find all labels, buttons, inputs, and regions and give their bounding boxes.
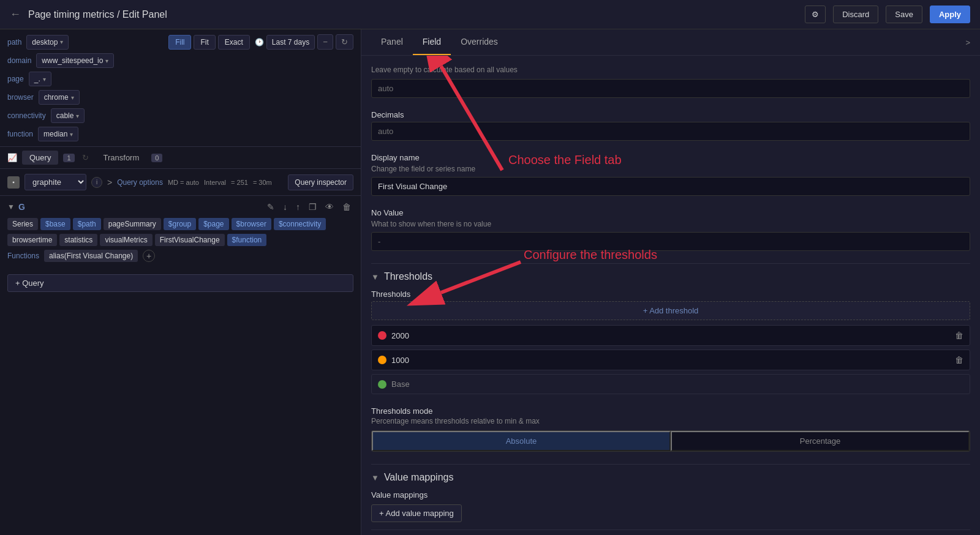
connectivity-dropdown[interactable]: cable xyxy=(51,108,85,123)
expand-right-icon[interactable]: > xyxy=(965,38,970,47)
path-tag[interactable]: $path xyxy=(73,218,101,230)
threshold-row-2000: 2000 🗑 xyxy=(371,325,970,346)
functions-label: Functions xyxy=(7,252,39,260)
main-layout: path desktop Fill Fit Exact 🕑 Last 7 day… xyxy=(0,29,980,535)
browser-tag[interactable]: $browser xyxy=(232,218,271,230)
browser-filter-row: browser chrome xyxy=(7,90,353,105)
time-range-button[interactable]: Last 7 days xyxy=(266,35,315,50)
no-value-hint: What to show when there is no value xyxy=(371,220,970,228)
value-mappings-section: ▼ Value mappings Value mappings + Add va… xyxy=(371,472,970,522)
display-name-input[interactable] xyxy=(371,177,970,196)
absolute-mode-button[interactable]: Absolute xyxy=(372,431,671,451)
fit-button[interactable]: Fit xyxy=(194,35,215,50)
thresholds-mode-section: Thresholds mode Percentage means thresho… xyxy=(371,406,970,452)
no-value-label: No Value xyxy=(371,208,970,217)
first-visual-change-tag[interactable]: FirstVisualChange xyxy=(155,234,225,246)
path-dropdown[interactable]: desktop xyxy=(26,35,69,50)
no-value-input[interactable] xyxy=(371,232,970,251)
topbar: ← Page timing metrics / Edit Panel ⚙ Dis… xyxy=(0,0,980,29)
move-down-icon[interactable]: ↓ xyxy=(281,201,290,213)
add-threshold-button[interactable]: + Add threshold xyxy=(371,301,970,320)
query-options-link[interactable]: Query options xyxy=(117,178,163,187)
right-content: Leave empty to calculate based on all va… xyxy=(361,56,980,535)
threshold-value-2000: 2000 xyxy=(391,331,950,340)
path-label: path xyxy=(7,38,21,47)
functions-row: Functions alias(First Visual Change) + xyxy=(7,250,353,262)
query-tab[interactable]: Query xyxy=(22,151,58,165)
visual-metrics-tag[interactable]: visualMetrics xyxy=(100,234,152,246)
datasource-icon: ▪ xyxy=(7,176,20,189)
left-panel: path desktop Fill Fit Exact 🕑 Last 7 day… xyxy=(0,29,361,535)
thresholds-mode-label: Thresholds mode xyxy=(371,406,970,416)
move-up-icon[interactable]: ↑ xyxy=(293,201,303,213)
threshold-delete-1000[interactable]: 🗑 xyxy=(955,355,963,365)
series-tag[interactable]: Series xyxy=(7,218,38,230)
delete-icon[interactable]: 🗑 xyxy=(340,201,353,213)
thresholds-label: Thresholds xyxy=(371,290,970,299)
auto-input[interactable] xyxy=(371,79,970,98)
domain-label: domain xyxy=(7,56,31,65)
add-query-button[interactable]: + Query xyxy=(7,274,353,292)
thresholds-content: Thresholds + Add threshold 2000 🗑 xyxy=(371,290,970,394)
query-inspector-button[interactable]: Query inspector xyxy=(288,174,353,190)
decimals-input[interactable] xyxy=(371,122,970,141)
tab-panel[interactable]: Panel xyxy=(371,29,413,55)
refresh-button[interactable]: ↻ xyxy=(336,34,353,50)
function-label: function xyxy=(7,130,33,138)
min-max-section: Leave empty to calculate based on all va… xyxy=(371,65,970,98)
transform-tab[interactable]: Transform xyxy=(96,151,147,165)
thresholds-chevron-icon: ▼ xyxy=(371,272,379,282)
thresholds-section: ▼ Thresholds Thresholds + Add threshold … xyxy=(371,271,970,452)
settings-button[interactable]: ⚙ xyxy=(805,6,826,23)
connectivity-tag[interactable]: $connectivity xyxy=(274,218,326,230)
g-collapse-icon[interactable]: ▼ xyxy=(7,203,15,211)
duplicate-icon[interactable]: ❐ xyxy=(306,201,319,213)
exact-button[interactable]: Exact xyxy=(218,35,250,50)
decimals-label: Decimals xyxy=(371,110,970,119)
thresholds-header[interactable]: ▼ Thresholds xyxy=(371,271,970,282)
function-dropdown[interactable]: median xyxy=(38,127,78,141)
display-name-label: Display name xyxy=(371,153,970,162)
threshold-row-1000: 1000 🗑 xyxy=(371,350,970,370)
query-count-badge: 1 xyxy=(63,154,74,162)
percentage-mode-button[interactable]: Percentage xyxy=(671,431,970,451)
threshold-delete-2000[interactable]: 🗑 xyxy=(955,331,963,340)
statistics-tag[interactable]: statistics xyxy=(59,234,97,246)
interval-meta-label: Interval xyxy=(204,179,226,186)
add-value-mapping-button[interactable]: + Add value mapping xyxy=(371,504,462,522)
apply-button[interactable]: Apply xyxy=(930,6,970,23)
threshold-dot-green xyxy=(378,380,386,389)
back-icon[interactable]: ← xyxy=(10,8,21,21)
base-tag[interactable]: $base xyxy=(40,218,70,230)
page-title: Page timing metrics / Edit Panel xyxy=(28,9,797,20)
page-dropdown[interactable]: _. xyxy=(29,72,51,86)
mode-toggle: Absolute Percentage xyxy=(371,430,970,452)
info-icon[interactable]: i xyxy=(91,177,102,188)
function-tag[interactable]: $function xyxy=(227,234,267,246)
g-header: ▼ G ✎ ↓ ↑ ❐ 👁 🗑 xyxy=(7,201,353,213)
add-function-button[interactable]: + xyxy=(143,250,155,262)
edit-icon[interactable]: ✎ xyxy=(265,201,277,213)
discard-button[interactable]: Discard xyxy=(833,6,878,23)
browser-dropdown[interactable]: chrome xyxy=(39,90,80,105)
fill-button[interactable]: Fill xyxy=(168,35,191,50)
g-actions: ✎ ↓ ↑ ❐ 👁 🗑 xyxy=(265,201,353,213)
alias-value[interactable]: alias(First Visual Change) xyxy=(44,250,138,262)
tab-overrides[interactable]: Overrides xyxy=(451,29,508,55)
right-panel: Panel Field Overrides > Leave empty to c… xyxy=(361,29,980,535)
datasource-select[interactable]: graphite xyxy=(24,174,86,190)
zoom-out-button[interactable]: − xyxy=(317,34,333,50)
expand-icon[interactable]: > xyxy=(107,178,112,187)
change-field-hint: Change the field or series name xyxy=(371,165,970,173)
page-summary-tag[interactable]: pageSummary xyxy=(104,218,161,230)
value-mappings-header[interactable]: ▼ Value mappings xyxy=(371,472,970,483)
page-tag[interactable]: $page xyxy=(198,218,228,230)
function-filter-row: function median xyxy=(7,127,353,141)
eye-icon[interactable]: 👁 xyxy=(323,201,336,213)
save-button[interactable]: Save xyxy=(886,6,922,23)
tab-field[interactable]: Field xyxy=(413,29,451,55)
group-tag[interactable]: $group xyxy=(164,218,196,230)
browser-time-tag[interactable]: browsertime xyxy=(7,234,57,246)
domain-dropdown[interactable]: www_sitespeed_io xyxy=(36,53,114,68)
page-label: page xyxy=(7,75,24,83)
